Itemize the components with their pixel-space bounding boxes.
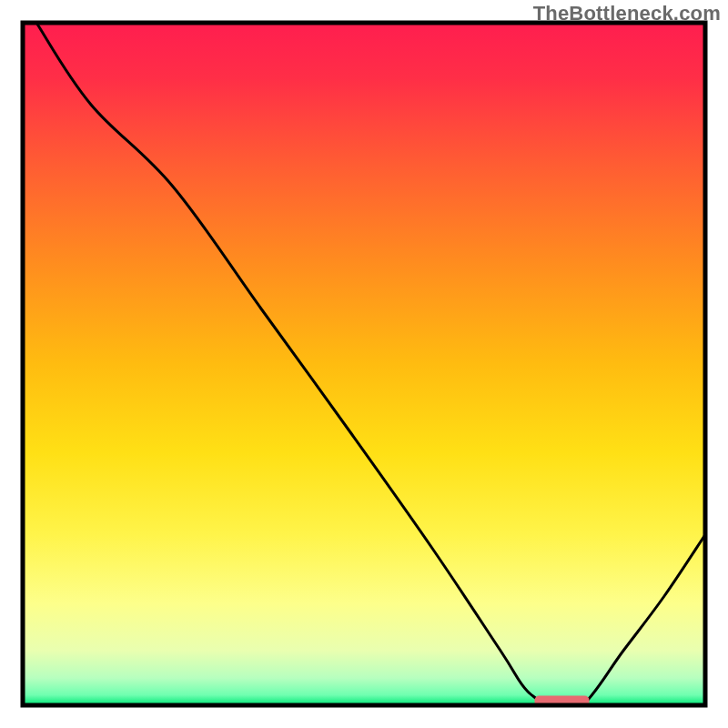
chart-container: TheBottleneck.com xyxy=(0,0,728,728)
watermark-text: TheBottleneck.com xyxy=(533,2,721,25)
bottleneck-chart xyxy=(0,0,728,728)
chart-background xyxy=(23,23,705,705)
